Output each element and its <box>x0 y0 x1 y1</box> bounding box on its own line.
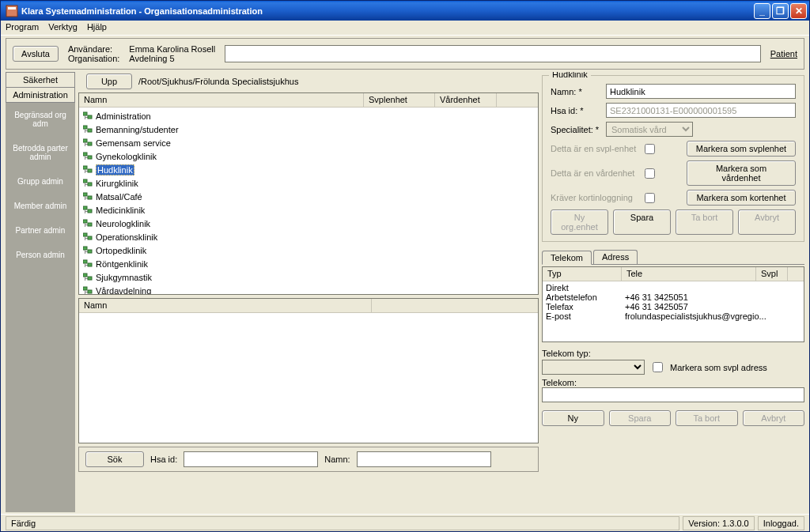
search-bar: Sök Hsa id: Namn: <box>78 447 539 472</box>
list-item[interactable]: Gemensam service <box>81 136 536 149</box>
menu-hjalp[interactable]: Hjälp <box>87 22 107 33</box>
kort-checkbox[interactable] <box>645 193 655 203</box>
tele-spara-button[interactable]: Spara <box>609 410 672 426</box>
telekom-tabstrip: Telekom Adress <box>542 250 804 265</box>
svpl-checkbox[interactable] <box>645 144 655 154</box>
list-item[interactable]: Röntgenklinik <box>81 257 536 270</box>
col-svpl-2[interactable]: Svpl <box>756 267 788 281</box>
list-item[interactable]: Gynekologklinik <box>81 149 536 163</box>
svg-rect-22 <box>83 179 87 183</box>
menu-verktyg[interactable]: Verktyg <box>48 22 78 33</box>
minimize-button[interactable]: _ <box>754 3 770 19</box>
telekom-body[interactable]: DirektArbetstelefon+46 31 3425051Telefax… <box>543 281 804 341</box>
list-item[interactable]: Ortopedklinik <box>81 243 536 257</box>
titlebar: Klara Systemadministration - Organisatio… <box>1 1 809 21</box>
window-title: Klara Systemadministration - Organisatio… <box>21 6 263 16</box>
mark-kort-button[interactable]: Markera som kortenhet <box>687 190 796 206</box>
list-item[interactable]: Medicinklinik <box>81 203 536 217</box>
sidebar-item-3[interactable]: Member admin <box>6 194 75 218</box>
svg-rect-38 <box>83 233 87 236</box>
tele-avbryt-button[interactable]: Avbryt <box>743 410 805 426</box>
ny-org-button[interactable]: Ny org.enhet <box>551 209 608 235</box>
tele-row[interactable]: Arbetstelefon+46 31 3425051 <box>544 292 802 302</box>
hsa-label: Hsa id: * <box>551 106 601 115</box>
telekom-typ-select[interactable] <box>542 360 645 375</box>
namn-input[interactable] <box>357 451 491 467</box>
statusbar: Färdig Version: 1.3.0.0 Inloggad. <box>1 514 809 531</box>
list-item[interactable]: Bemanning/studenter <box>81 123 536 136</box>
org-icon <box>82 232 94 242</box>
spec-select[interactable]: Somatisk vård <box>606 122 693 137</box>
sidebar-item-2[interactable]: Grupp admin <box>6 169 75 194</box>
status-version: Version: 1.3.0.0 <box>683 516 754 530</box>
col-vard[interactable]: Vårdenhet <box>435 93 497 107</box>
side-tab-administration[interactable]: Administration <box>6 87 75 103</box>
list-item[interactable]: Hudklinik <box>81 163 536 176</box>
detail-title: Hudklinik <box>549 72 591 79</box>
org-icon <box>82 125 94 134</box>
org-list[interactable]: AdministrationBemanning/studenterGemensa… <box>79 108 538 294</box>
user-label: Användare: <box>68 44 119 54</box>
list-item[interactable]: Administration <box>81 109 536 123</box>
list-item[interactable]: Operationsklinik <box>81 230 536 243</box>
tab-adress[interactable]: Adress <box>593 250 638 264</box>
hsaid-label: Hsa id: <box>150 455 177 464</box>
namn-label: Namn: <box>324 455 350 464</box>
kort-check-label: Kräver kortinloggning <box>551 193 640 202</box>
list-item[interactable]: Matsal/Café <box>81 190 536 203</box>
sidebar-item-1[interactable]: Betrodda parter admin <box>6 136 75 169</box>
vard-checkbox[interactable] <box>645 168 655 179</box>
sub-list[interactable] <box>79 313 538 443</box>
list-item[interactable]: Vårdavdelning <box>81 284 536 294</box>
avbryt-button[interactable]: Avbryt <box>738 209 796 235</box>
tele-row[interactable]: Direkt <box>544 283 802 292</box>
svg-rect-2 <box>83 112 87 115</box>
col-svpl[interactable]: Svplenhet <box>364 93 435 107</box>
tele-row[interactable]: E-postfrolundaspecialistsjukhus@vgregio.… <box>544 311 802 321</box>
col-typ[interactable]: Typ <box>543 267 622 281</box>
svg-rect-5 <box>88 115 92 119</box>
tab-telekom[interactable]: Telekom <box>542 251 592 265</box>
svg-rect-30 <box>83 206 87 209</box>
tele-tabort-button[interactable]: Ta bort <box>676 410 738 426</box>
col-namn[interactable]: Namn <box>79 93 364 107</box>
svg-rect-13 <box>88 142 92 145</box>
mark-vard-button[interactable]: Markera som vårdenhet <box>687 160 796 186</box>
mark-svpl-button[interactable]: Markera som svplenhet <box>687 141 796 157</box>
org-icon <box>82 219 94 228</box>
menu-program[interactable]: Program <box>6 22 39 33</box>
list-item[interactable]: Kirurgklinik <box>81 176 536 190</box>
tabort-button[interactable]: Ta bort <box>676 209 733 235</box>
patient-link[interactable]: Patient <box>770 49 797 58</box>
org-icon <box>82 152 94 161</box>
telekom-grid: Typ Tele Svpl DirektArbetstelefon+46 31 … <box>542 266 804 342</box>
svg-rect-26 <box>83 193 87 196</box>
close-button[interactable]: ✕ <box>790 3 807 19</box>
mark-svpl-adress-checkbox[interactable] <box>653 362 663 372</box>
col-tele[interactable]: Tele <box>622 267 756 281</box>
maximize-button[interactable]: ❐ <box>772 3 789 19</box>
sidebar-item-5[interactable]: Person admin <box>6 243 75 267</box>
svg-rect-37 <box>88 223 92 226</box>
sidebar: Säkerhet Administration Begränsad org ad… <box>6 72 75 512</box>
svg-rect-14 <box>83 153 87 156</box>
sidebar-item-0[interactable]: Begränsad org adm <box>6 103 75 136</box>
side-tab-sakerhet[interactable]: Säkerhet <box>6 72 75 87</box>
svg-rect-17 <box>88 156 92 159</box>
telekom-input[interactable] <box>542 387 804 402</box>
org-icon <box>82 246 94 255</box>
list-item[interactable]: Sjukgymnastik <box>81 270 536 284</box>
col-namn-2[interactable]: Namn <box>79 299 372 312</box>
list-item[interactable]: Neurologklinik <box>81 217 536 230</box>
namn-input[interactable] <box>606 84 796 99</box>
sidebar-item-4[interactable]: Partner admin <box>6 218 75 243</box>
namn-label: Namn: * <box>551 87 601 96</box>
hsaid-input[interactable] <box>184 451 318 467</box>
tele-ny-button[interactable]: Ny <box>542 410 604 426</box>
tele-row[interactable]: Telefax+46 31 3425057 <box>544 302 802 311</box>
avsluta-button[interactable]: Avsluta <box>13 46 59 62</box>
upp-button[interactable]: Upp <box>86 74 132 89</box>
top-search-field[interactable] <box>225 45 761 62</box>
sok-button[interactable]: Sök <box>85 451 144 467</box>
spara-button[interactable]: Spara <box>613 209 671 235</box>
